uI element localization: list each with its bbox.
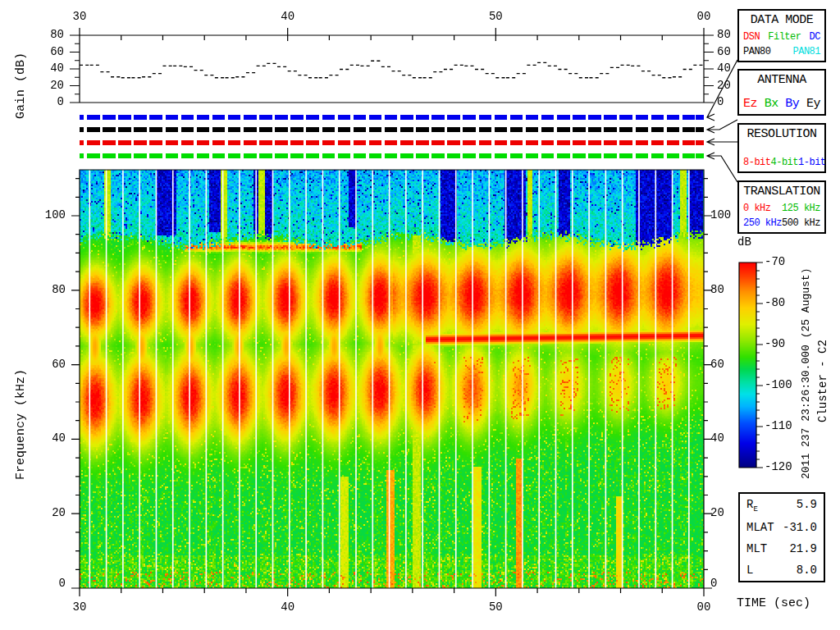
colorbar-tick-label: -120: [765, 460, 792, 473]
ephemeris-label: MLAT: [746, 521, 774, 534]
ephemeris-row: MLT21.9: [740, 542, 824, 555]
gain-ytick-label-right: 0: [717, 95, 724, 108]
freq-ytick-label-right: 40: [710, 431, 724, 445]
colorbar-tick-label: -70: [765, 255, 785, 268]
wbd-spectrogram-page: Gain (dB) Frequency (kHz) 2011 237 23:26…: [0, 0, 840, 630]
antenna-box: ANTENNA EzBxByEy: [737, 69, 826, 116]
antenna-title: ANTENNA: [739, 71, 824, 87]
translation-title: TRANSLATION: [739, 182, 824, 199]
gain-ytick-label-right: 20: [717, 79, 731, 92]
spec-time-tick-label: 50: [477, 600, 514, 614]
freq-ytick-label: 20: [30, 506, 66, 519]
gain-axis-title: Gain (dB): [14, 21, 28, 119]
spec-time-tick-label: 40: [270, 600, 306, 614]
colorbar-unit-label: dB: [737, 235, 751, 249]
data-mode-legend-item: Filter: [768, 31, 801, 43]
colorbar-tick-label: -100: [765, 378, 792, 391]
freq-ytick-label: 60: [30, 358, 66, 371]
data-mode-legend-item: DC: [810, 31, 820, 43]
gain-ytick-label: 40: [28, 62, 64, 75]
spec-time-tick-label: 30: [62, 600, 98, 614]
translation-legend-item: 250 kHz: [743, 217, 782, 229]
freq-ytick-label-right: 0: [710, 577, 717, 590]
freq-ytick-label: 0: [30, 577, 66, 590]
data-mode-row: DSNFilterDC: [739, 31, 824, 46]
ephemeris-value: 8.0: [797, 564, 817, 577]
timestamp-vertical-label: 2011 237 23:26:30.000 (25 August): [800, 236, 812, 479]
freq-axis-title: Frequency (kHz): [14, 275, 28, 480]
colorbar-tick-label: -80: [765, 296, 785, 309]
spectrogram-canvas: [80, 170, 704, 588]
translation-legend-item: 125 kHz: [782, 203, 820, 214]
antenna-legend-item: By: [785, 97, 799, 111]
antenna-legend-item: Bx: [765, 97, 778, 111]
antenna-row: EzBxByEy: [739, 97, 824, 114]
ephemeris-value: 21.9: [789, 542, 817, 555]
resolution-legend-item: 4-bit: [771, 157, 799, 168]
freq-ytick-label-right: 60: [710, 358, 724, 371]
gain-ytick-label-right: 40: [717, 62, 731, 75]
time-axis-title: TIME (sec): [737, 596, 810, 610]
colorbar-tick-label: -90: [765, 337, 785, 350]
gain-ytick-label: 20: [28, 79, 64, 92]
data-mode-legend-item: PAN80: [743, 46, 771, 57]
ephemeris-label: L: [746, 564, 753, 577]
translation-row: 0 kHz125 kHz: [739, 203, 824, 217]
resolution-title: RESOLUTION: [739, 125, 824, 141]
data-mode-status-bar: [80, 115, 704, 120]
resolution-legend-item: 1-bit: [798, 157, 826, 168]
ephemeris-label: MLT: [746, 542, 767, 555]
colorbar-canvas: [739, 262, 756, 468]
resolution-legend-item: 8-bit: [743, 157, 771, 168]
resolution-status-bar: [80, 140, 704, 145]
translation-legend-item: 0 kHz: [743, 203, 771, 214]
gain-ytick-label-right: 80: [717, 28, 731, 41]
ephemeris-row: RE5.9: [740, 498, 824, 514]
ephemeris-label-subscript: E: [753, 505, 757, 514]
translation-status-bar: [80, 153, 704, 158]
gain-time-tick-label: 30: [62, 10, 98, 23]
gain-time-tick-label: 00: [686, 10, 722, 23]
gain-time-tick-label: 40: [270, 10, 306, 23]
colorbar-tick-label: -110: [765, 419, 792, 432]
antenna-status-bar: [80, 127, 704, 132]
gain-ytick-label-right: 60: [717, 45, 731, 58]
spec-time-tick-label: 00: [686, 600, 722, 614]
freq-ytick-label: 80: [30, 283, 66, 296]
antenna-legend-item: Ey: [806, 97, 820, 111]
data-mode-title: DATA MODE: [739, 11, 824, 27]
ephemeris-box: RE5.9MLAT-31.0MLT21.9L8.0: [738, 492, 825, 582]
ephemeris-row: L8.0: [740, 564, 824, 577]
freq-ytick-label-right: 20: [710, 506, 724, 519]
translation-legend-item: 500 kHz: [782, 217, 820, 229]
data-mode-row: PAN80PAN81: [739, 46, 824, 61]
antenna-legend-item: Ez: [743, 97, 757, 111]
resolution-box: RESOLUTION 8-bit4-bit1-bit: [737, 123, 826, 173]
gain-time-tick-label: 50: [477, 10, 514, 23]
freq-ytick-label-right: 80: [710, 283, 724, 296]
spacecraft-vertical-label: Cluster - C2: [816, 331, 829, 422]
data-mode-legend-item: PAN81: [792, 46, 820, 57]
gain-plot-canvas: [80, 35, 704, 103]
gain-ytick-label: 60: [28, 45, 64, 58]
ephemeris-label: RE: [746, 498, 758, 514]
ephemeris-value: 5.9: [797, 498, 817, 514]
gain-ytick-label: 0: [28, 95, 64, 108]
resolution-row: 8-bit4-bit1-bit: [739, 157, 824, 171]
translation-box: TRANSLATION 0 kHz125 kHz250 kHz500 kHz: [737, 180, 826, 234]
ephemeris-row: MLAT-31.0: [740, 521, 824, 534]
gain-ytick-label: 80: [28, 28, 64, 41]
ephemeris-value: -31.0: [783, 521, 817, 534]
freq-ytick-label: 40: [30, 431, 66, 445]
data-mode-box: DATA MODE DSNFilterDCPAN80PAN81: [737, 9, 826, 62]
data-mode-legend-item: DSN: [743, 31, 760, 43]
translation-row: 250 kHz500 kHz: [739, 217, 824, 232]
freq-ytick-label-right: 100: [710, 208, 731, 221]
freq-ytick-label: 100: [30, 208, 66, 221]
